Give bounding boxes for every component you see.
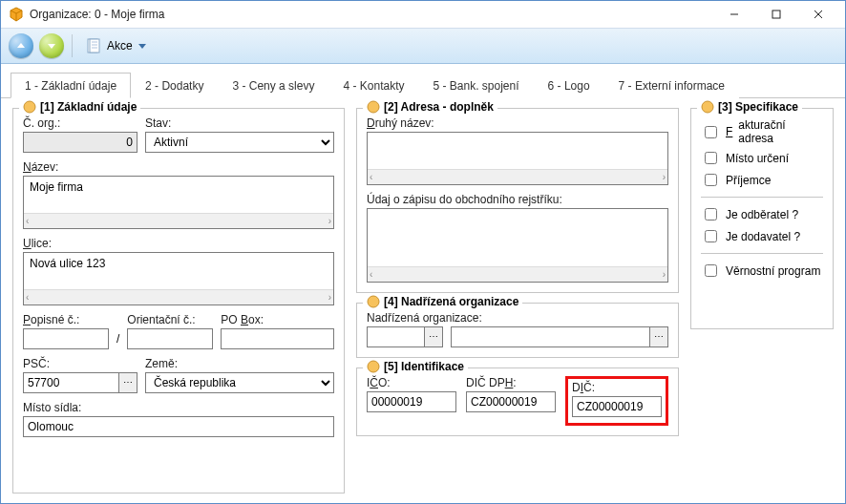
group-icon [367, 100, 380, 114]
group-title-text: [3] Specifikace [718, 100, 798, 114]
c-org-label: Č. org.: [23, 116, 137, 130]
group-icon [701, 100, 714, 114]
stav-select[interactable]: Aktivní [145, 132, 334, 153]
akce-menu-button[interactable]: Akce [80, 33, 152, 58]
ulice-textbox[interactable]: Nová ulice 123 ‹› [23, 252, 334, 305]
nadrizena-code-lookup-button[interactable]: ⋯ [424, 326, 443, 347]
tab-logo[interactable]: 6 - Logo [534, 73, 604, 98]
dic-dph-input[interactable] [466, 391, 556, 412]
slash: / [116, 332, 119, 349]
svg-point-11 [368, 296, 379, 307]
dic-dph-label: DIČ DPH: [466, 376, 556, 389]
orientacni-input[interactable] [127, 328, 213, 349]
ico-label: IČO: [367, 376, 456, 389]
nav-up-button[interactable] [9, 33, 33, 58]
pobox-label: PO Box: [221, 313, 334, 326]
psc-label: PSČ: [23, 357, 137, 370]
app-window: Organizace: 0 - Moje firma Akce 1 - Zákl… [0, 0, 846, 504]
group-identifikace: [5] Identifikace IČO: DIČ DPH: DIČ: [356, 368, 679, 436]
nadrizena-name-input[interactable] [451, 326, 649, 347]
group-title-text: [1] Základní údaje [40, 100, 137, 114]
app-icon [9, 7, 24, 22]
popisne-input[interactable] [23, 328, 109, 349]
svg-rect-1 [772, 10, 780, 18]
window-title: Organizace: 0 - Moje firma [30, 8, 713, 21]
rejstrik-textbox[interactable]: ‹› [367, 208, 668, 283]
misto-input[interactable] [23, 416, 334, 437]
group-specifikace: [3] Specifikace Fakturační adresa Místo … [690, 108, 834, 329]
misto-urceni-checkbox[interactable]: Místo určení [701, 147, 823, 169]
tab-zakladni-udaje[interactable]: 1 - Základní údaje [11, 73, 131, 98]
ellipsis-icon: ⋯ [123, 378, 134, 388]
group-zakladni-udaje: [1] Základní údaje Č. org.: Stav: Aktivn… [12, 108, 345, 494]
separator [701, 197, 823, 198]
druhy-nazev-textbox[interactable]: ‹› [367, 132, 668, 185]
svg-point-9 [24, 101, 35, 113]
tabstrip: 1 - Základní údaje 2 - Dodatky 3 - Ceny … [1, 64, 845, 98]
nav-down-button[interactable] [39, 33, 64, 58]
svg-point-10 [368, 101, 379, 113]
close-button[interactable] [797, 1, 839, 28]
chevron-down-icon [138, 39, 146, 52]
nadrizena-label: Nadřízená organizace: [367, 311, 668, 325]
prijemce-checkbox[interactable]: Příjemce [701, 169, 823, 191]
zeme-label: Země: [145, 357, 334, 370]
group-icon [367, 295, 380, 308]
popisne-label: Popisné č.: [23, 313, 109, 326]
nazev-label: Název: [23, 160, 334, 174]
ellipsis-icon: ⋯ [429, 332, 439, 342]
svg-point-12 [368, 361, 379, 372]
titlebar: Organizace: 0 - Moje firma [1, 1, 845, 28]
tab-body: [1] Základní údaje Č. org.: Stav: Aktivn… [1, 98, 845, 503]
vernostni-checkbox[interactable]: Věrnostní program [701, 260, 823, 282]
rejstrik-label: Údaj o zápisu do obchodního rejstříku: [367, 193, 668, 206]
minimize-button[interactable] [713, 1, 755, 28]
tab-bank-spojeni[interactable]: 5 - Bank. spojení [419, 73, 534, 98]
svg-rect-5 [90, 39, 99, 52]
scrollbar-horizontal[interactable]: ‹› [368, 169, 667, 184]
dodavatel-checkbox[interactable]: Je dodavatel ? [701, 225, 823, 247]
scrollbar-horizontal[interactable]: ‹› [24, 213, 333, 228]
group-icon [23, 100, 36, 114]
group-title-text: [5] Identifikace [384, 360, 464, 373]
scrollbar-horizontal[interactable]: ‹› [24, 289, 333, 304]
tab-ceny-a-slevy[interactable]: 3 - Ceny a slevy [218, 73, 328, 98]
fakturacni-checkbox[interactable]: Fakturační adresa [701, 116, 823, 147]
c-org-input[interactable] [23, 132, 137, 153]
nazev-textbox[interactable]: Moje firma ‹› [23, 176, 334, 229]
dic-label: DIČ: [572, 381, 662, 394]
dic-input[interactable] [572, 396, 662, 417]
group-title-text: [4] Nadřízená organizace [384, 295, 518, 308]
orientacni-label: Orientační č.: [127, 313, 213, 326]
stav-label: Stav: [145, 116, 334, 130]
misto-label: Místo sídla: [23, 401, 334, 414]
druhy-nazev-label: Druhý název: [367, 116, 668, 130]
separator [701, 253, 823, 254]
akce-label: Akce [107, 39, 133, 52]
svg-point-13 [702, 101, 713, 113]
group-adresa-doplnek: [2] Adresa - doplněk Druhý název: ‹› Úda… [356, 108, 679, 293]
tab-externi-informace[interactable]: 7 - Externí informace [604, 73, 739, 98]
nadrizena-name-lookup-button[interactable]: ⋯ [649, 326, 668, 347]
group-nadrizena-organizace: [4] Nadřízená organizace Nadřízená organ… [356, 303, 679, 358]
tab-dodatky[interactable]: 2 - Dodatky [131, 73, 218, 98]
zeme-select[interactable]: Česká republika [145, 372, 334, 393]
psc-lookup-button[interactable]: ⋯ [118, 372, 137, 393]
ulice-label: Ulice: [23, 237, 334, 250]
document-icon [86, 36, 101, 55]
nadrizena-code-input[interactable] [367, 326, 424, 347]
ellipsis-icon: ⋯ [654, 332, 665, 342]
group-icon [367, 360, 380, 373]
tab-kontakty[interactable]: 4 - Kontakty [328, 73, 418, 98]
ico-input[interactable] [367, 391, 456, 412]
psc-input[interactable] [23, 372, 118, 393]
maximize-button[interactable] [755, 1, 797, 28]
group-title-text: [2] Adresa - doplněk [384, 100, 494, 114]
toolbar: Akce [1, 28, 845, 64]
dic-highlight: DIČ: [565, 376, 668, 426]
scrollbar-horizontal[interactable]: ‹› [368, 266, 667, 282]
toolbar-separator [72, 34, 73, 57]
pobox-input[interactable] [221, 328, 334, 349]
odberatel-checkbox[interactable]: Je odběratel ? [701, 203, 823, 225]
